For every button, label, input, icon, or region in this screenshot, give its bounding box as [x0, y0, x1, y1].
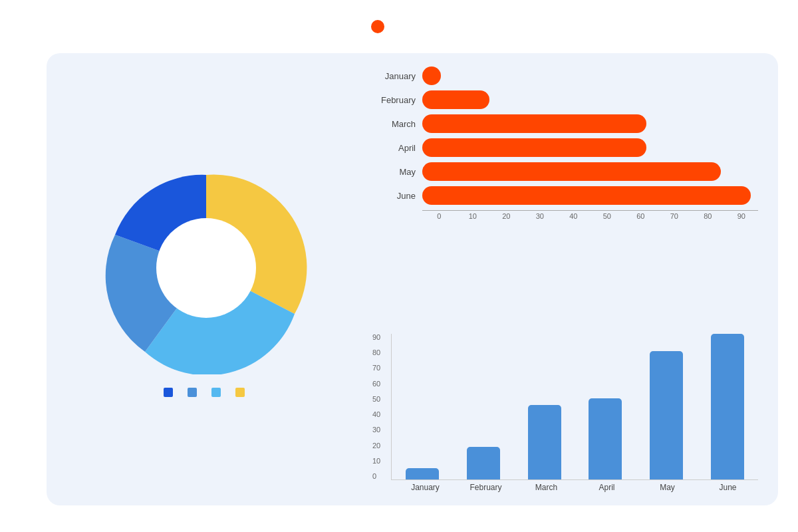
vbar-y-label: 90 [372, 334, 388, 341]
vbar-bars-wrapper [391, 334, 758, 480]
hbar-fill [422, 186, 751, 205]
hbar-track [422, 186, 758, 205]
legend-dot-february [188, 388, 197, 397]
hbar-axis-tick: 40 [557, 212, 591, 220]
vbar-x-label: June [698, 483, 758, 492]
hbar-axis-tick: 60 [624, 212, 658, 220]
vbar-y-label: 30 [372, 426, 388, 434]
hbar-label: March [372, 119, 416, 129]
hbar-track [422, 66, 758, 85]
vbar-bar [528, 405, 561, 479]
hbar-fill [422, 138, 646, 157]
donut-legend [164, 388, 249, 397]
vbar-x-labels: JanuaryFebruaryMarchAprilMayJune [395, 483, 758, 492]
hbar-axis-tick: 10 [456, 212, 490, 220]
hbar-axis-tick: 50 [591, 212, 624, 220]
donut-svg [100, 162, 313, 374]
vbar-col [636, 334, 697, 479]
hbar-fill [422, 66, 441, 85]
vbar-bar [467, 447, 500, 479]
vbar-y-label: 10 [372, 458, 388, 465]
hbar-label: February [372, 95, 416, 105]
hbar-track [422, 114, 758, 133]
legend-dot-march [211, 388, 221, 397]
vbar-col [575, 334, 636, 479]
hbar-label: April [372, 143, 416, 153]
vbar-bar [406, 468, 439, 479]
outer-container: JanuaryFebruaryMarchAprilMayJune01020304… [13, 13, 785, 519]
right-panel: JanuaryFebruaryMarchAprilMayJune01020304… [366, 53, 778, 505]
vbar-y-labels: 0102030405060708090 [372, 334, 391, 480]
donut-chart [100, 162, 313, 374]
vbar-col [453, 334, 514, 479]
hbar-label: June [372, 191, 416, 201]
legend-item-march [211, 388, 225, 397]
main-card: JanuaryFebruaryMarchAprilMayJune01020304… [47, 53, 778, 505]
hbar-axis-tick: 90 [725, 212, 759, 220]
legend-item-april [235, 388, 249, 397]
top-legend-dot [371, 20, 384, 33]
vbar-bar [711, 334, 744, 479]
vbar-y-label: 40 [372, 411, 388, 418]
vbar-y-label: 80 [372, 349, 388, 356]
hbar-row: January [372, 66, 758, 85]
vbar-y-label: 50 [372, 396, 388, 403]
hbar-axis-tick: 20 [489, 212, 523, 220]
hbar-fill [422, 114, 646, 133]
vbar-x-label: February [456, 483, 516, 492]
vbar-bar [650, 351, 683, 479]
vbar-x-label: April [577, 483, 637, 492]
vbar-y-label: 70 [372, 364, 388, 372]
vbar-bar [589, 398, 622, 479]
legend-item-february [188, 388, 201, 397]
hbar-fill [422, 162, 721, 181]
hbar-row: February [372, 90, 758, 109]
hbar-track [422, 162, 758, 181]
vbar-area: 0102030405060708090 [372, 286, 758, 480]
legend-dot-january [164, 388, 173, 397]
vbar-chart: 0102030405060708090JanuaryFebruaryMarchA… [372, 286, 758, 492]
hbar-axis-labels: 0102030405060708090 [422, 210, 758, 220]
donut-hole [156, 218, 256, 318]
hbar-axis-tick: 70 [658, 212, 692, 220]
left-panel [47, 53, 366, 505]
hbar-row: June [372, 186, 758, 205]
vbar-x-label: March [516, 483, 577, 492]
hbar-axis-tick: 30 [523, 212, 557, 220]
hbar-label: May [372, 167, 416, 177]
vbar-y-label: 60 [372, 380, 388, 388]
top-legend [366, 20, 384, 33]
vbar-y-label: 20 [372, 442, 388, 450]
vbar-y-label: 0 [372, 473, 388, 480]
hbar-row: May [372, 162, 758, 181]
hbar-track [422, 90, 758, 109]
hbar-axis-tick: 80 [691, 212, 725, 220]
hbar-fill [422, 90, 489, 109]
hbar-label: January [372, 71, 416, 81]
hbar-row: April [372, 138, 758, 157]
hbar-chart: JanuaryFebruaryMarchAprilMayJune01020304… [372, 66, 758, 273]
hbar-row: March [372, 114, 758, 133]
vbar-x-label: May [637, 483, 698, 492]
vbar-col [392, 334, 453, 479]
legend-dot-april [235, 388, 245, 397]
vbar-x-label: January [395, 483, 456, 492]
legend-item-january [164, 388, 177, 397]
hbar-track [422, 138, 758, 157]
vbar-col [514, 334, 575, 479]
vbar-col [697, 334, 758, 479]
hbar-axis-tick: 0 [422, 212, 456, 220]
